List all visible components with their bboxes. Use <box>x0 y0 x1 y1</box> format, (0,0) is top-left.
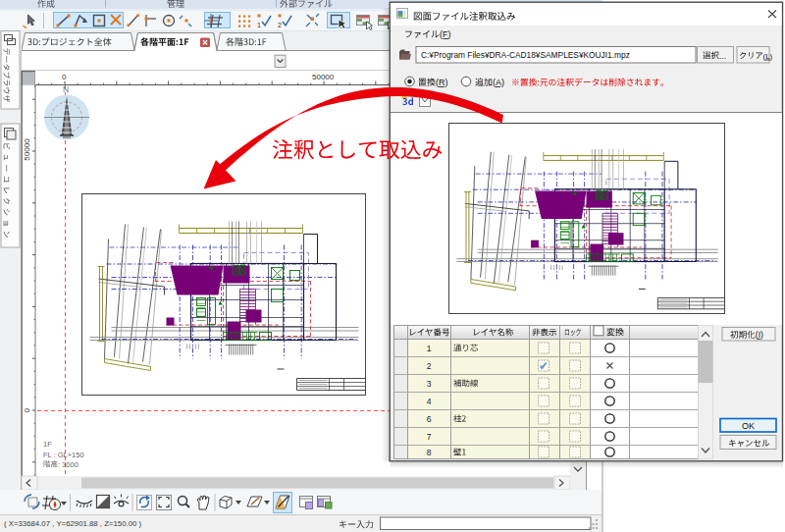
svg-text:50000: 50000 <box>23 138 31 161</box>
svg-text:( X=33684.07 , Y=62901.88 , Z=: ( X=33684.07 , Y=62901.88 , Z=150.00 ) <box>4 519 141 528</box>
svg-text:1: 1 <box>257 22 261 28</box>
svg-text:1F: 1F <box>43 440 52 449</box>
svg-text:2: 2 <box>427 361 432 371</box>
svg-text:(F): (F) <box>440 29 451 39</box>
svg-text:0: 0 <box>62 73 67 81</box>
svg-text:(I): (I) <box>756 330 763 340</box>
svg-text:(L): (L) <box>763 52 773 61</box>
svg-text:50000: 50000 <box>312 73 335 81</box>
svg-text:FL : GL+150: FL : GL+150 <box>43 451 84 459</box>
svg-text:(R): (R) <box>436 78 448 87</box>
svg-text:6: 6 <box>427 414 432 424</box>
svg-text:N: N <box>63 84 69 94</box>
svg-text:: 3000: : 3000 <box>58 460 78 469</box>
svg-text:C:¥Program Files¥DRA-CAD18¥SAM: C:¥Program Files¥DRA-CAD18¥SAMPLES¥KOUJI… <box>421 50 630 60</box>
svg-text:0: 0 <box>23 408 31 413</box>
svg-text:OK: OK <box>742 421 755 431</box>
svg-text:...: ... <box>719 51 726 61</box>
svg-text:8: 8 <box>427 448 432 457</box>
svg-text:1: 1 <box>427 344 432 353</box>
svg-text:3: 3 <box>427 379 432 389</box>
svg-text:7: 7 <box>427 432 432 442</box>
svg-text:(A): (A) <box>493 78 504 87</box>
svg-text:4: 4 <box>427 397 432 406</box>
svg-text:2: 2 <box>278 22 282 28</box>
